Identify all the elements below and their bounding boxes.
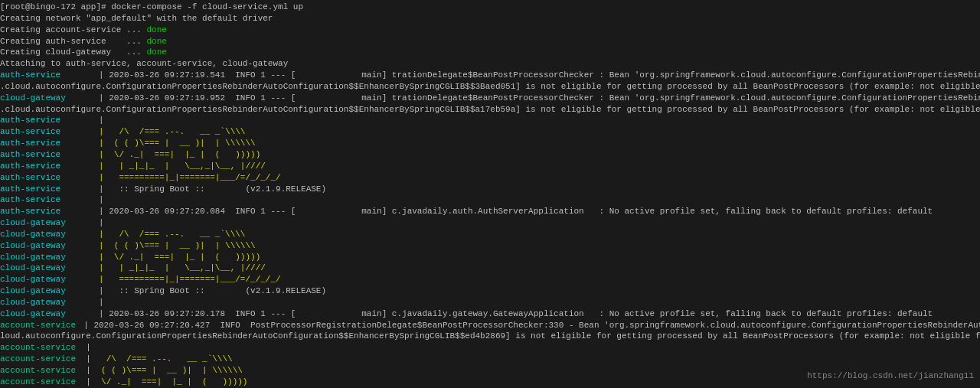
terminal-line: auth-service | /\ /=== .--. __ _`\\\\: [0, 126, 980, 138]
line-content: |: [74, 297, 104, 308]
terminal-line: cloud-gateway | =========|_|=======|___/…: [0, 274, 980, 285]
terminal-line: auth-service | 2020-03-26 09:27:19.541 I…: [0, 70, 980, 81]
line-content: |: [74, 217, 104, 229]
line-content: | =========|_|=======|___/=/_/_/_/: [74, 172, 281, 184]
line-content: | /\ /=== .--. __ _`\\\\: [76, 354, 233, 365]
terminal-line: account-service | 2020-03-26 09:27:20.42…: [0, 320, 980, 331]
service-label: account-service: [0, 354, 76, 365]
line-content: | /\ /=== .--. __ _`\\\\: [74, 126, 245, 138]
terminal-line: .cloud.autoconfigure.ConfigurationProper…: [0, 81, 980, 93]
service-label: cloud-gateway: [0, 308, 74, 320]
service-label: auth-service: [0, 194, 74, 206]
terminal-line: .cloud.autoconfigure.ConfigurationProper…: [0, 104, 980, 116]
line-content: |: [74, 115, 104, 126]
line-content: | 2020-03-26 09:27:20.427 INFO PostProce…: [74, 320, 980, 331]
line-content: | | _|_|_ | \__,_|\__, |////: [74, 262, 266, 274]
terminal-line: auth-service |: [0, 194, 980, 206]
service-label: cloud-gateway: [0, 262, 74, 274]
line-content: | =========|_|=======|___/=/_/_/_/: [74, 274, 281, 285]
terminal-line: auth-service | \/ ._| ===| |_ | ( ))))): [0, 149, 980, 161]
service-label: auth-service: [0, 126, 74, 138]
service-label: account-service: [0, 365, 76, 377]
service-label: cloud-gateway: [0, 93, 74, 104]
terminal-line: cloud-gateway | 2020-03-26 09:27:19.952 …: [0, 93, 980, 104]
terminal-line: Creating network "app_default" with the …: [0, 13, 980, 24]
service-label: auth-service: [0, 149, 74, 161]
service-label: auth-service: [0, 115, 74, 126]
line-content: | 2020-03-26 09:27:19.541 INFO 1 --- [ m…: [74, 70, 980, 81]
terminal-line: Creating cloud-gateway ... done: [0, 47, 980, 58]
line-content: | | _|_|_ | \__,_|\__, |////: [74, 161, 266, 172]
line-content: | \/ ._| ===| |_ | ( ))))): [74, 149, 260, 161]
service-label: auth-service: [0, 70, 74, 81]
terminal-line: auth-service | =========|_|=======|___/=…: [0, 172, 980, 184]
service-label: auth-service: [0, 138, 74, 149]
terminal-line: Creating auth-service ... done: [0, 36, 980, 47]
terminal-line: auth-service | :: Spring Boot :: (v2.1.9…: [0, 184, 980, 195]
service-label: account-service: [0, 377, 76, 388]
line-content: | :: Spring Boot :: (v2.1.9.RELEASE): [74, 184, 326, 195]
done-label: done: [146, 24, 166, 36]
service-label: cloud-gateway: [0, 229, 74, 240]
line-content: | ( ( )\=== | __ )| | \\\\\\: [76, 365, 243, 377]
service-label: auth-service: [0, 161, 74, 172]
terminal-line: account-service |: [0, 342, 980, 354]
service-label: cloud-gateway: [0, 285, 74, 297]
terminal-line: cloud-gateway | :: Spring Boot :: (v2.1.…: [0, 285, 980, 297]
line-content: | /\ /=== .--. __ _`\\\\: [74, 229, 245, 240]
terminal-line: cloud-gateway | 2020-03-26 09:27:20.178 …: [0, 308, 980, 320]
line-content: | 2020-03-26 09:27:20.178 INFO 1 --- [ m…: [74, 308, 933, 320]
terminal-line: cloud-gateway | ( ( )\=== | __ )| | \\\\…: [0, 240, 980, 252]
service-label: cloud-gateway: [0, 217, 74, 229]
line-content: | :: Spring Boot :: (v2.1.9.RELEASE): [74, 285, 326, 297]
service-label: cloud-gateway: [0, 274, 74, 285]
watermark: https://blog.csdn.net/jianzhang11: [807, 370, 974, 382]
service-label: account-service: [0, 320, 74, 331]
line-content: |: [74, 194, 104, 206]
terminal-line: auth-service | 2020-03-26 09:27:20.084 I…: [0, 206, 980, 217]
done-label: done: [146, 47, 166, 58]
terminal-line: Creating account-service ... done: [0, 24, 980, 36]
terminal-line: [root@bingo-172 app]# docker-compose -f …: [0, 2, 980, 13]
terminal-line: cloud-gateway | | _|_|_ | \__,_|\__, |//…: [0, 262, 980, 274]
line-content: | \/ ._| ===| |_ | ( ))))): [74, 252, 260, 263]
terminal-line: account-service | /\ /=== .--. __ _`\\\\: [0, 354, 980, 365]
terminal-line: auth-service |: [0, 115, 980, 126]
service-label: auth-service: [0, 184, 74, 195]
service-label: cloud-gateway: [0, 297, 74, 308]
line-content: | 2020-03-26 09:27:19.952 INFO 1 --- [ m…: [74, 93, 980, 104]
line-content: | ( ( )\=== | __ )| | \\\\\\: [74, 240, 256, 252]
terminal-line: Attaching to auth-service, account-servi…: [0, 58, 980, 70]
terminal-line: loud.autoconfigure.ConfigurationProperti…: [0, 331, 980, 342]
line-content: | 2020-03-26 09:27:20.084 INFO 1 --- [ m…: [74, 206, 933, 217]
terminal-line: cloud-gateway | \/ ._| ===| |_ | ( ))))): [0, 252, 980, 263]
service-label: account-service: [0, 342, 76, 354]
terminal-window: [root@bingo-172 app]# docker-compose -f …: [0, 0, 980, 388]
service-label: cloud-gateway: [0, 252, 74, 263]
terminal-line: auth-service | ( ( )\=== | __ )| | \\\\\…: [0, 138, 980, 149]
terminal-line: cloud-gateway |: [0, 217, 980, 229]
service-label: auth-service: [0, 172, 74, 184]
terminal-line: cloud-gateway |: [0, 297, 980, 308]
terminal-line: cloud-gateway | /\ /=== .--. __ _`\\\\: [0, 229, 980, 240]
line-content: | \/ ._| ===| |_ | ( ))))): [76, 377, 247, 388]
line-content: |: [76, 342, 91, 354]
done-label: done: [146, 36, 166, 47]
service-label: cloud-gateway: [0, 240, 74, 252]
line-content: | ( ( )\=== | __ )| | \\\\\\: [74, 138, 256, 149]
terminal-line: auth-service | | _|_|_ | \__,_|\__, |///…: [0, 161, 980, 172]
service-label: auth-service: [0, 206, 74, 217]
